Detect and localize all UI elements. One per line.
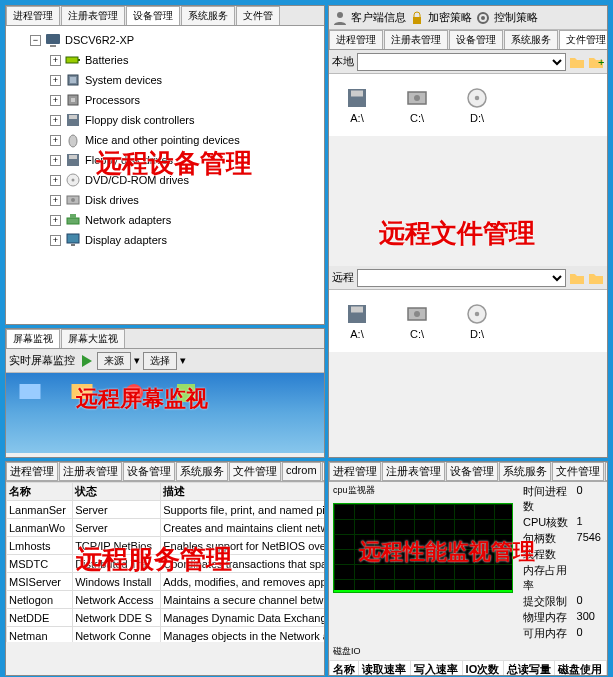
table-row[interactable]: MSDTCDistributed TraCoordinates transact…: [7, 555, 325, 573]
new-folder-icon[interactable]: +: [588, 54, 604, 70]
remote-desktop-view[interactable]: [6, 373, 324, 453]
source-button[interactable]: 来源: [97, 352, 131, 370]
drive-item[interactable]: C:\: [401, 302, 433, 340]
mini-tab[interactable]: 进程管理: [329, 462, 381, 481]
tab-registry[interactable]: 注册表管理: [61, 6, 125, 25]
col-header[interactable]: 名称: [7, 483, 73, 501]
expand-icon[interactable]: +: [50, 175, 61, 186]
ftab-file[interactable]: 文件管理: [559, 30, 608, 49]
svg-rect-12: [69, 155, 77, 159]
mini-tab[interactable]: 系统服务: [176, 462, 228, 481]
select-button[interactable]: 选择: [143, 352, 177, 370]
mini-tab[interactable]: 注册表管理: [382, 462, 445, 481]
tree-item[interactable]: + Disk drives: [10, 190, 320, 210]
expand-icon[interactable]: +: [50, 55, 61, 66]
control-policy-button[interactable]: 控制策略: [494, 10, 538, 25]
drive-item[interactable]: A:\: [341, 86, 373, 124]
expand-icon[interactable]: +: [50, 215, 61, 226]
table-row[interactable]: NetDDENetwork DDE SManages Dynamic Data …: [7, 609, 325, 627]
file-tabs: 进程管理 注册表管理 设备管理 系统服务 文件管理: [329, 30, 607, 50]
svg-rect-5: [70, 77, 76, 83]
disk-io-table[interactable]: 名称读取速率写入速率IO次数总读写量磁盘使用 C:\0.000.000.000.…: [329, 660, 607, 676]
tree-item[interactable]: + System devices: [10, 70, 320, 90]
tree-item[interactable]: + Display adapters: [10, 230, 320, 250]
tree-item[interactable]: + Network adapters: [10, 210, 320, 230]
col-header[interactable]: 名称: [330, 661, 359, 677]
svg-point-35: [414, 311, 420, 317]
mini-tab[interactable]: 资源使用: [322, 462, 325, 481]
ftab-registry[interactable]: 注册表管理: [384, 30, 448, 49]
service-table[interactable]: 名称状态描述启动类型路径 LanmanSerServerSupports fil…: [6, 482, 324, 642]
play-icon[interactable]: [78, 353, 94, 369]
col-header[interactable]: 读取速率: [359, 661, 411, 677]
tree-item[interactable]: + Floppy disk drives: [10, 150, 320, 170]
expand-icon[interactable]: +: [50, 155, 61, 166]
tree-item[interactable]: + DVD/CD-ROM drives: [10, 170, 320, 190]
stab-screen[interactable]: 屏幕监视: [6, 329, 60, 348]
col-header[interactable]: 状态: [73, 483, 161, 501]
desktop-icon[interactable]: [66, 381, 98, 421]
cd-icon: [65, 172, 81, 188]
mini-tab[interactable]: 设备管理: [446, 462, 498, 481]
mini-tab[interactable]: cdrom: [282, 462, 321, 481]
tree-item[interactable]: + Processors: [10, 90, 320, 110]
expand-icon[interactable]: +: [50, 135, 61, 146]
collapse-icon[interactable]: −: [30, 35, 41, 46]
expand-icon[interactable]: +: [50, 235, 61, 246]
stat-label: 物理内存: [523, 610, 569, 625]
table-row[interactable]: NetlogonNetwork AccessMaintains a secure…: [7, 591, 325, 609]
mini-tab[interactable]: 进程管理: [6, 462, 58, 481]
new-folder-icon[interactable]: [588, 270, 604, 286]
expand-icon[interactable]: +: [50, 95, 61, 106]
col-header[interactable]: 描述: [161, 483, 324, 501]
table-row[interactable]: MSIServerWindows InstallAdds, modifies, …: [7, 573, 325, 591]
tab-device[interactable]: 设备管理: [126, 6, 180, 25]
table-row[interactable]: NetmanNetwork ConneManages objects in th…: [7, 627, 325, 643]
desktop-icon[interactable]: [14, 381, 46, 421]
drive-item[interactable]: C:\: [401, 86, 433, 124]
expand-icon[interactable]: +: [50, 195, 61, 206]
encrypt-policy-button[interactable]: 加密策略: [428, 10, 472, 25]
drive-label: D:\: [470, 112, 484, 124]
tab-services[interactable]: 系统服务: [181, 6, 235, 25]
tree-root[interactable]: − DSCV6R2-XP: [10, 30, 320, 50]
remote-path-combo[interactable]: [357, 269, 566, 287]
perf-stats: 时间进程数0CPU核数1句柄数7546线程数内存占用率提交限制0物理内存300可…: [517, 482, 607, 643]
tab-file[interactable]: 文件管: [236, 6, 280, 25]
tree-item[interactable]: + Mice and other pointing devices: [10, 130, 320, 150]
desktop-icon[interactable]: [118, 381, 150, 421]
expand-icon[interactable]: +: [50, 115, 61, 126]
drive-item[interactable]: D:\: [461, 86, 493, 124]
table-row[interactable]: LanmanWoServerCreates and maintains clie…: [7, 519, 325, 537]
tree-item[interactable]: + Batteries: [10, 50, 320, 70]
up-folder-icon[interactable]: [569, 270, 585, 286]
mini-tab[interactable]: 设备管理: [123, 462, 175, 481]
cell: Netlogon: [7, 591, 73, 609]
desktop-icon[interactable]: [170, 381, 202, 421]
stab-big[interactable]: 屏幕大监视: [61, 329, 125, 348]
device-tree[interactable]: − DSCV6R2-XP + Batteries + System device…: [6, 26, 324, 324]
col-header[interactable]: 总读写量: [503, 661, 555, 677]
ftab-device[interactable]: 设备管理: [449, 30, 503, 49]
drive-item[interactable]: D:\: [461, 302, 493, 340]
mini-tab[interactable]: cdrom: [605, 462, 608, 481]
tree-item[interactable]: + Floppy disk controllers: [10, 110, 320, 130]
mini-tab[interactable]: 文件管理: [229, 462, 281, 481]
table-row[interactable]: LmhostsTCP/IP NetBiosEnables support for…: [7, 537, 325, 555]
expand-icon[interactable]: +: [50, 75, 61, 86]
mini-tab[interactable]: 文件管理: [552, 462, 604, 481]
col-header[interactable]: IO次数: [462, 661, 503, 677]
up-folder-icon[interactable]: [569, 54, 585, 70]
ftab-services[interactable]: 系统服务: [504, 30, 558, 49]
drive-item[interactable]: A:\: [341, 302, 373, 340]
client-info-button[interactable]: 客户端信息: [351, 10, 406, 25]
tab-process[interactable]: 进程管理: [6, 6, 60, 25]
table-row[interactable]: LanmanSerServerSupports file, print, and…: [7, 501, 325, 519]
mini-tab[interactable]: 注册表管理: [59, 462, 122, 481]
col-header[interactable]: 写入速率: [410, 661, 462, 677]
col-header[interactable]: 磁盘使用: [555, 661, 607, 677]
ftab-process[interactable]: 进程管理: [329, 30, 383, 49]
local-path-combo[interactable]: [357, 53, 566, 71]
mini-tab[interactable]: 系统服务: [499, 462, 551, 481]
disk-icon: [65, 192, 81, 208]
